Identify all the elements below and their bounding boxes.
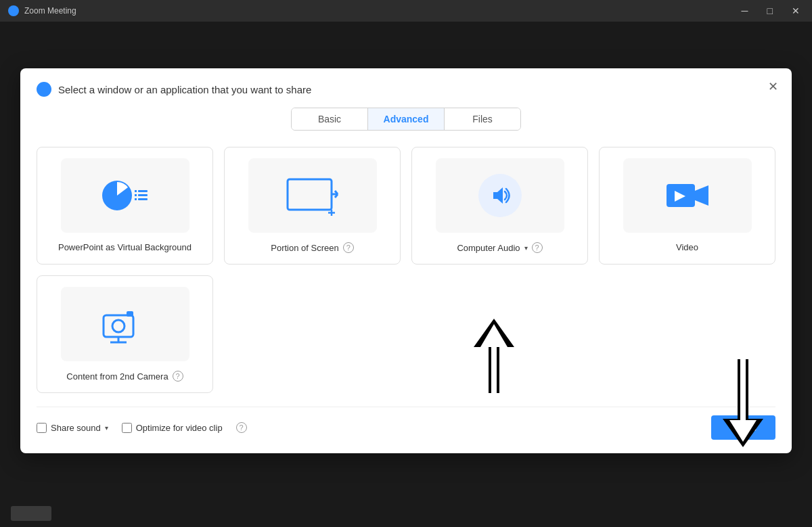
portion-screen-help-icon[interactable]: ? [343,242,354,253]
minimize-button[interactable]: ─ [738,4,752,18]
zoom-logo [37,82,51,97]
window-controls: ─ □ ✕ [738,4,804,18]
option-computer-audio[interactable]: Computer Audio ▾ ? [411,147,588,265]
video-icon [664,179,711,212]
optimize-video-input[interactable] [122,423,132,433]
taskbar-zoom-button[interactable] [11,506,51,521]
svg-marker-15 [695,185,708,206]
main-area: Select a window or an application that y… [0,22,812,500]
up-arrow-svg [474,319,514,393]
options-row1: PowerPoint as Virtual Background [37,147,775,265]
share-dialog: Select a window or an application that y… [20,68,792,453]
optimize-help-icon[interactable]: ? [236,422,247,433]
svg-point-20 [112,320,125,332]
option-powerpoint[interactable]: PowerPoint as Virtual Background [37,147,213,265]
svg-rect-25 [491,347,497,393]
tab-basic[interactable]: Basic [292,108,368,130]
svg-rect-3 [135,194,137,196]
video-icon-box [623,158,752,233]
powerpoint-icon-box [61,158,189,233]
portion-screen-icon [282,174,343,218]
taskbar [0,500,812,527]
powerpoint-icon [98,175,152,216]
powerpoint-label: PowerPoint as Virtual Background [58,242,191,252]
camera2-icon [98,300,152,348]
options-row2: Content from 2nd Camera ? [37,275,775,393]
dialog-close-button[interactable]: ✕ [768,81,778,93]
portion-screen-label: Portion of Screen ? [271,242,353,253]
tab-bar: Basic Advanced Files [291,108,521,131]
share-sound-checkbox[interactable]: Share sound ▾ [37,423,108,433]
portion-screen-icon-box [248,158,377,233]
video-label: Video [676,242,698,252]
camera2-icon-box [61,287,189,361]
titlebar: Zoom Meeting ─ □ ✕ [0,0,812,22]
maximize-button[interactable]: □ [763,4,777,18]
option-camera2[interactable]: Content from 2nd Camera ? [37,275,213,393]
svg-rect-1 [135,190,137,192]
svg-rect-29 [740,359,746,420]
optimize-video-checkbox[interactable]: Optimize for video clip [122,423,223,433]
svg-rect-4 [138,194,148,196]
dialog-footer: Share sound ▾ Optimize for video clip ? … [37,407,775,440]
dialog-header: Select a window or an application that y… [37,82,775,97]
svg-rect-7 [288,179,332,210]
svg-rect-17 [104,315,133,337]
dialog-title: Select a window or an application that y… [58,84,311,95]
app-logo [8,5,19,16]
app-title: Zoom Meeting [24,6,738,16]
option-video[interactable]: Video [599,147,775,265]
svg-rect-6 [138,198,148,200]
share-sound-input[interactable] [37,423,47,433]
audio-circle-icon [478,174,522,217]
camera2-help-icon[interactable]: ? [173,371,183,382]
svg-rect-21 [127,311,133,317]
close-window-button[interactable]: ✕ [788,4,804,18]
svg-marker-13 [493,187,503,204]
tab-advanced[interactable]: Advanced [368,108,445,130]
svg-rect-5 [135,198,137,200]
computer-audio-label: Computer Audio ▾ ? [457,242,542,253]
computer-audio-help-icon[interactable]: ? [532,242,543,253]
computer-audio-icon-box [436,158,564,233]
speaker-icon [488,183,512,208]
camera2-label: Content from 2nd Camera ? [66,371,183,382]
annotation-arrow-up [474,319,514,393]
down-arrow-svg [723,359,763,447]
annotation-arrow-down [723,359,763,447]
svg-rect-2 [138,190,148,192]
option-portion-screen[interactable]: Portion of Screen ? [224,147,401,265]
audio-dropdown-chevron[interactable]: ▾ [524,244,528,252]
share-sound-dropdown[interactable]: ▾ [105,424,108,432]
tab-files[interactable]: Files [445,108,520,130]
